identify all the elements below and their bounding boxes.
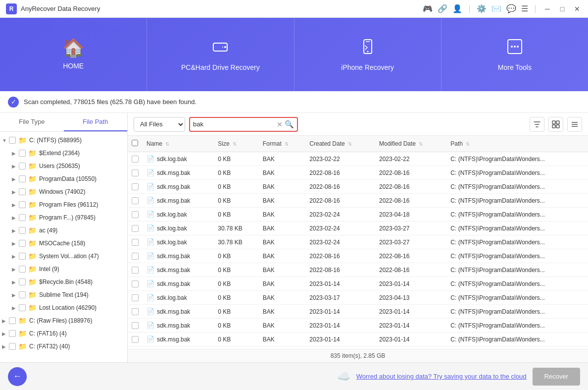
tree-item[interactable]: ▶📁$Extend (2364) — [0, 147, 127, 160]
filter-select[interactable]: All FilesDocumentsImagesVideosAudioEmail… — [134, 117, 185, 132]
svg-point-6 — [511, 46, 513, 48]
tree-checkbox[interactable] — [19, 291, 26, 298]
nav-pchardrive[interactable]: PC&Hard Drive Recovery — [147, 18, 294, 91]
row-checkbox[interactable] — [132, 225, 139, 232]
tree-item[interactable]: ▶📁ac (49) — [0, 224, 127, 237]
tree-item[interactable]: ▶📁ProgramData (10550) — [0, 172, 127, 185]
folder-icon: 📁 — [18, 136, 27, 144]
grid-view-btn[interactable] — [548, 117, 563, 132]
row-checkbox[interactable] — [132, 197, 139, 204]
tree-item[interactable]: ▶📁C: (FAT16) (4) — [0, 327, 127, 340]
search-go-icon[interactable]: 🔍 — [285, 120, 294, 129]
cloud-link[interactable]: Worred about losing data? Try saving you… — [356, 373, 527, 380]
tab-filetype[interactable]: File Type — [0, 113, 64, 131]
tree-checkbox[interactable] — [19, 150, 26, 157]
tree-item[interactable]: ▼📁C: (NTFS) (588995) — [0, 134, 127, 147]
cell-name: 📄sdk.msg.bak — [143, 333, 214, 346]
tree-checkbox[interactable] — [19, 163, 26, 169]
profile-icon[interactable]: 👤 — [452, 4, 462, 13]
tree-checkbox[interactable] — [19, 227, 26, 234]
nav-iphone[interactable]: iPhone Recovery — [294, 18, 441, 91]
table-row[interactable]: 📄sdk.msg.bak0 KBBAK2023-01-142023-01-14C… — [128, 319, 588, 333]
table-row[interactable]: 📄sdk.log.bak0 KBBAK2023-02-222023-02-22C… — [128, 152, 588, 166]
tree-checkbox[interactable] — [9, 317, 16, 324]
table-row[interactable]: 📄sdk.msg.bak0 KBBAK2022-08-162022-08-16C… — [128, 180, 588, 194]
table-row[interactable]: 📄sdk.log.bak0 KBBAK2023-02-242023-04-18C… — [128, 208, 588, 222]
restore-button[interactable]: □ — [557, 4, 567, 14]
tree-item[interactable]: ▶📁Users (250635) — [0, 160, 127, 172]
table-row[interactable]: 📄sdk.msg.bak0 KBBAK2023-01-142023-01-14C… — [128, 277, 588, 291]
row-checkbox[interactable] — [132, 169, 139, 176]
tree-checkbox[interactable] — [19, 304, 26, 311]
nav-home-label: HOME — [63, 62, 84, 70]
row-checkbox[interactable] — [132, 267, 139, 274]
row-checkbox[interactable] — [132, 308, 139, 315]
row-checkbox[interactable] — [132, 211, 139, 218]
settings-icon[interactable]: ⚙️ — [477, 4, 487, 13]
row-checkbox[interactable] — [132, 183, 139, 190]
tree-item[interactable]: ▶📁Program F...) (97845) — [0, 211, 127, 224]
col-modified: Modified Date ⇅ — [375, 136, 446, 152]
tree-item[interactable]: ▶📁Program Files (96112) — [0, 198, 127, 211]
row-checkbox[interactable] — [132, 156, 139, 163]
minimize-button[interactable]: ─ — [542, 4, 552, 14]
search-input[interactable] — [193, 120, 277, 128]
table-row[interactable]: 📄sdk.msg.bak0 KBBAK2023-01-142023-01-14C… — [128, 333, 588, 346]
filter-icon-btn[interactable] — [530, 117, 544, 132]
table-row[interactable]: 📄sdk.log.bak0 KBBAK2023-03-172023-04-13C… — [128, 291, 588, 305]
nav-home[interactable]: 🏠 HOME — [0, 18, 147, 91]
cell-name: 📄sdk.log.bak — [143, 222, 214, 235]
tree-checkbox[interactable] — [19, 188, 26, 195]
close-button[interactable]: ✕ — [572, 4, 582, 14]
list-view-btn[interactable] — [567, 117, 582, 132]
recover-button[interactable]: Recover — [533, 368, 580, 386]
table-row[interactable]: 📄sdk.log.bak30.78 KBBAK2023-02-242023-03… — [128, 235, 588, 249]
cell-path: C: (NTFS)\ProgramData\Wonders... — [446, 152, 588, 166]
tree-checkbox[interactable] — [9, 330, 16, 337]
table-row[interactable]: 📄sdk.msg.bak0 KBBAK2023-01-142023-01-14C… — [128, 305, 588, 319]
menu-icon[interactable]: ☰ — [521, 4, 528, 13]
nav-moretools[interactable]: More Tools — [441, 18, 588, 91]
row-checkbox[interactable] — [132, 253, 139, 260]
table-row[interactable]: 📄sdk.msg.bak0 KBBAK2022-08-162022-08-16C… — [128, 194, 588, 208]
back-button[interactable]: ← — [8, 367, 27, 386]
folder-icon: 📁 — [28, 201, 37, 209]
tree-checkbox[interactable] — [19, 253, 26, 260]
svg-point-1 — [224, 46, 226, 48]
cell-format: BAK — [259, 333, 306, 346]
tree-checkbox[interactable] — [19, 240, 26, 247]
table-row[interactable]: 📄sdk.msg.bak0 KBBAK2022-08-162022-08-16C… — [128, 166, 588, 180]
row-checkbox[interactable] — [132, 336, 139, 343]
tab-filepath[interactable]: File Path — [64, 113, 128, 131]
search-clear-icon[interactable]: ✕ — [277, 120, 283, 128]
share-icon[interactable]: 🔗 — [438, 4, 447, 13]
tree-checkbox[interactable] — [19, 201, 26, 208]
row-checkbox[interactable] — [132, 322, 139, 329]
tree-item[interactable]: ▶📁System Vol...ation (47) — [0, 250, 127, 263]
row-checkbox[interactable] — [132, 280, 139, 287]
tree-checkbox[interactable] — [9, 343, 16, 350]
tree-checkbox[interactable] — [9, 137, 16, 144]
table-row[interactable]: 📄sdk.log.bak30.78 KBBAK2023-02-242023-03… — [128, 222, 588, 235]
tree-item[interactable]: ▶📁Intel (9) — [0, 263, 127, 276]
tree-item[interactable]: ▶📁C: (FAT32) (40) — [0, 340, 127, 353]
table-row[interactable]: 📄sdk.msg.bak0 KBBAK2022-08-162022-08-16C… — [128, 249, 588, 263]
mail-icon[interactable]: ✉️ — [491, 4, 501, 13]
tree-item[interactable]: ▶📁Windows (74902) — [0, 185, 127, 198]
tree-item[interactable]: ▶📁$Recycle.Bin (4548) — [0, 276, 127, 288]
tree-item[interactable]: ▶📁C: (Raw Files) (188976) — [0, 314, 127, 327]
discord-icon[interactable]: 🎮 — [423, 4, 433, 13]
tree-checkbox[interactable] — [19, 214, 26, 221]
table-row[interactable]: 📄sdk.msg.bak0 KBBAK2022-08-162022-08-16C… — [128, 263, 588, 277]
tree-item[interactable]: ▶📁Sublime Text (194) — [0, 288, 127, 301]
tree-checkbox[interactable] — [19, 279, 26, 285]
select-all-checkbox[interactable] — [132, 140, 138, 146]
tree-checkbox[interactable] — [19, 175, 26, 182]
tree-checkbox[interactable] — [19, 266, 26, 273]
tree-item[interactable]: ▶📁MSOCache (158) — [0, 237, 127, 250]
tree-item-label: Users (250635) — [39, 163, 80, 169]
tree-item[interactable]: ▶📁Lost Location (46290) — [0, 301, 127, 314]
row-checkbox[interactable] — [132, 239, 139, 246]
row-checkbox[interactable] — [132, 294, 139, 301]
chat-icon[interactable]: 💬 — [506, 4, 516, 13]
